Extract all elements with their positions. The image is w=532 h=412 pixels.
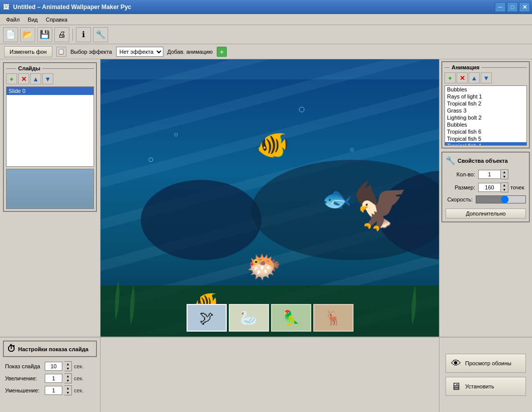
- add-animation-button[interactable]: +: [217, 47, 227, 57]
- animation-title: Анимация: [450, 64, 481, 70]
- shrink-input[interactable]: [45, 386, 62, 395]
- anim-item-bubbles1[interactable]: Bubbles: [445, 86, 526, 93]
- quantity-up[interactable]: ▲: [501, 170, 508, 174]
- content-area: Слайды + ✕ ▲ ▼ Slide 0: [0, 59, 532, 337]
- preview-label: Просмотр обоины: [465, 360, 511, 366]
- quantity-spinner[interactable]: ▲ ▼: [501, 169, 508, 179]
- anim-item-fish4[interactable]: Tropical fish 4: [445, 142, 526, 146]
- slide-settings-panel: ⏱ Настройки показа слайда Показ слайда ▲…: [0, 338, 101, 412]
- quantity-label: Кол-во:: [446, 171, 478, 177]
- shrink-down[interactable]: ▼: [64, 390, 71, 395]
- slide-add-button[interactable]: +: [6, 73, 17, 84]
- menu-view[interactable]: Вид: [24, 16, 42, 24]
- animation-list[interactable]: Bubbles Rays of light 1 Tropical fish 2 …: [445, 85, 527, 146]
- anim-add-button[interactable]: +: [445, 72, 456, 83]
- anim-item-fish5[interactable]: Tropical fish 5: [445, 135, 526, 142]
- slides-group: Слайды + ✕ ▲ ▼ Slide 0: [3, 62, 97, 212]
- anim-delete-button[interactable]: ✕: [457, 72, 468, 83]
- show-spinner[interactable]: ▲ ▼: [64, 361, 72, 371]
- minimize-button[interactable]: ─: [495, 2, 506, 12]
- open-button[interactable]: 📂: [20, 27, 35, 42]
- more-button[interactable]: Дополнительно: [446, 209, 526, 219]
- slide-toolbar: + ✕ ▲ ▼: [6, 73, 94, 84]
- bottom-area: ⏱ Настройки показа слайда Показ слайда ▲…: [0, 337, 532, 412]
- shrink-label: Уменьшение:: [5, 387, 43, 393]
- size-spinner[interactable]: ▲ ▼: [501, 182, 508, 192]
- settings-button[interactable]: 🔧: [93, 27, 108, 42]
- anim-up-button[interactable]: ▲: [469, 72, 480, 83]
- svg-point-7: [299, 107, 304, 112]
- thumb-2[interactable]: 🦢: [229, 304, 269, 332]
- info-button[interactable]: ℹ: [76, 27, 91, 42]
- show-up[interactable]: ▲: [64, 362, 71, 366]
- thumb-4[interactable]: 🦌: [313, 304, 353, 332]
- speed-label: Скорость:: [446, 196, 476, 202]
- thumb-1[interactable]: 🕊: [187, 304, 227, 332]
- tropical-fish-1: 🐠: [256, 130, 289, 160]
- quantity-down[interactable]: ▼: [501, 174, 508, 179]
- quantity-input[interactable]: [478, 170, 501, 179]
- new-button[interactable]: 📄: [3, 27, 18, 42]
- zoom-up[interactable]: ▲: [64, 374, 71, 378]
- zoom-spinner[interactable]: ▲ ▼: [64, 373, 72, 383]
- save-button[interactable]: 💾: [37, 27, 52, 42]
- canvas-area: 🐠 🐟 🐡 🐠 🦅 🕊 🦢 🦜 🦌: [101, 59, 439, 337]
- slide-list[interactable]: Slide 0: [6, 86, 94, 167]
- props-title: Свойства объекта: [458, 158, 508, 164]
- thumbnail-strip: 🕊 🦢 🦜 🦌: [187, 304, 353, 332]
- slide-delete-button[interactable]: ✕: [18, 73, 29, 84]
- effect-select[interactable]: Нет эффекта Растворение Слайд: [116, 47, 163, 57]
- menu-bar: Файл Вид Справка: [0, 14, 532, 25]
- maximize-button[interactable]: □: [507, 2, 518, 12]
- slide-up-button[interactable]: ▲: [30, 73, 41, 84]
- anim-item-fish6[interactable]: Tropical fish 6: [445, 128, 526, 135]
- copy-icon[interactable]: 📋: [56, 47, 66, 57]
- show-row: Показ слайда ▲ ▼ сек.: [5, 361, 95, 371]
- zoom-down[interactable]: ▼: [64, 378, 71, 383]
- speed-slider[interactable]: [476, 195, 526, 203]
- menu-file[interactable]: Файл: [2, 16, 24, 24]
- svg-point-8: [350, 148, 353, 151]
- shrink-spinner[interactable]: ▲ ▼: [64, 385, 72, 395]
- anim-item-bolt[interactable]: Lighting bolt 2: [445, 114, 526, 121]
- animation-group: Анимация + ✕ ▲ ▼ Bubbles Rays of light 1…: [441, 61, 530, 149]
- anim-item-bubbles2[interactable]: Bubbles: [445, 121, 526, 128]
- quantity-row: Кол-во: ▲ ▼: [446, 169, 526, 179]
- right-panel: Анимация + ✕ ▲ ▼ Bubbles Rays of light 1…: [439, 59, 532, 337]
- size-down[interactable]: ▼: [501, 187, 508, 192]
- size-up[interactable]: ▲: [501, 183, 508, 187]
- show-down[interactable]: ▼: [64, 366, 71, 371]
- preview-icon: 👁: [451, 358, 461, 369]
- change-bg-button[interactable]: Изменить фон: [4, 46, 52, 57]
- svg-point-0: [141, 180, 261, 260]
- slide-item[interactable]: Slide 0: [7, 87, 94, 95]
- anim-item-fish2[interactable]: Tropical fish 2: [445, 100, 526, 107]
- size-input[interactable]: [478, 183, 501, 192]
- show-input[interactable]: [45, 362, 62, 371]
- speed-row: Скорость:: [446, 195, 526, 203]
- zoom-suffix: сек.: [74, 375, 84, 381]
- anim-down-button[interactable]: ▼: [481, 72, 492, 83]
- slides-panel: Слайды + ✕ ▲ ▼ Slide 0: [0, 59, 101, 337]
- close-button[interactable]: ✕: [519, 2, 530, 12]
- props-header: 🔧 Свойства объекта: [446, 156, 526, 165]
- tropical-fish-2: 🐟: [322, 185, 352, 213]
- tropical-fish-3: 🐡: [246, 250, 282, 283]
- print-button[interactable]: 🖨: [54, 27, 69, 42]
- slides-title: Слайды: [16, 65, 42, 71]
- object-properties: 🔧 Свойства объекта Кол-во: ▲ ▼ Размер: ▲: [441, 152, 530, 223]
- slide-down-button[interactable]: ▼: [42, 73, 53, 84]
- anim-item-rays[interactable]: Rays of light 1: [445, 93, 526, 100]
- anim-item-grass[interactable]: Grass 3: [445, 107, 526, 114]
- title-bar-left: 🖼 Untitled – Animated Wallpaper Maker Ру…: [2, 3, 131, 11]
- zoom-input[interactable]: [45, 374, 62, 383]
- zoom-row: Увеличение: ▲ ▼ сек.: [5, 373, 95, 383]
- install-button[interactable]: 🖥 Установить: [446, 377, 526, 396]
- shrink-up[interactable]: ▲: [64, 386, 71, 390]
- menu-help[interactable]: Справка: [42, 16, 71, 24]
- zoom-label: Увеличение:: [5, 375, 43, 381]
- preview-button[interactable]: 👁 Просмотр обоины: [446, 354, 526, 373]
- svg-point-5: [149, 158, 153, 162]
- thumb-3[interactable]: 🦜: [271, 304, 311, 332]
- slide-preview: [6, 169, 94, 209]
